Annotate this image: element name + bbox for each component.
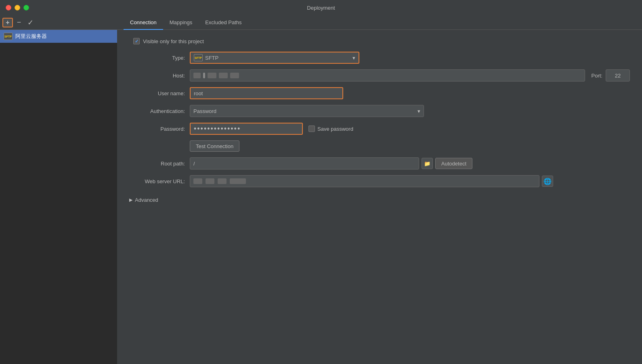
form-area: Visible only for this project Type: SFTP… <box>117 30 642 364</box>
username-row: User name: <box>129 87 630 99</box>
sidebar-toolbar: + − ✓ <box>0 15 117 30</box>
close-button[interactable] <box>6 5 11 10</box>
password-row-wrap: Save password <box>190 123 630 135</box>
auth-label: Authentication: <box>129 108 190 114</box>
folder-browse-button[interactable]: 📁 <box>422 158 433 169</box>
auth-value: Password <box>193 108 216 114</box>
autodetect-button[interactable]: Autodetect <box>435 158 472 169</box>
visible-only-checkbox[interactable] <box>133 38 140 44</box>
sidebar-items: SFTP 阿里云服务器 <box>0 30 117 364</box>
password-input[interactable] <box>190 123 303 135</box>
save-password-label: Save password <box>317 126 353 132</box>
type-value: SFTP <box>205 55 218 61</box>
type-select[interactable]: SFTP SFTP ▾ <box>190 52 359 64</box>
tabs-bar: Connection Mappings Excluded Paths <box>117 15 642 30</box>
web-url-input-container[interactable] <box>190 175 539 187</box>
web-url-row: Web server URL: 🌐 <box>129 175 630 187</box>
advanced-label: Advanced <box>135 197 158 203</box>
visible-only-row: Visible only for this project <box>129 38 630 44</box>
sidebar-item-aliyun[interactable]: SFTP 阿里云服务器 <box>0 30 117 43</box>
tab-excluded-paths[interactable]: Excluded Paths <box>199 15 248 29</box>
chevron-right-icon: ▶ <box>129 197 132 203</box>
visible-only-label: Visible only for this project <box>143 38 204 44</box>
auth-dropdown-arrow-icon: ▾ <box>418 108 420 114</box>
remove-server-button[interactable]: − <box>14 18 24 27</box>
type-row: Type: SFTP SFTP ▾ <box>129 52 630 64</box>
web-url-wrap: 🌐 <box>190 175 553 187</box>
globe-button[interactable]: 🌐 <box>542 176 553 187</box>
maximize-button[interactable] <box>23 5 29 10</box>
advanced-section[interactable]: ▶ Advanced <box>129 193 630 207</box>
masked-host <box>193 73 239 78</box>
main-layout: + − ✓ SFTP 阿里云服务器 Connection Mappings Ex… <box>0 15 642 364</box>
test-connection-row: Test Connection <box>190 140 630 152</box>
dropdown-arrow-icon: ▾ <box>352 55 355 61</box>
type-label: Type: <box>129 55 190 61</box>
title-bar: Deployment <box>0 0 642 15</box>
auth-select[interactable]: Password ▾ <box>190 105 424 117</box>
username-input[interactable] <box>190 87 343 99</box>
confirm-button[interactable]: ✓ <box>25 18 36 27</box>
sidebar: + − ✓ SFTP 阿里云服务器 <box>0 15 117 364</box>
root-path-row: Root path: 📁 Autodetect <box>129 157 630 169</box>
password-label: Password: <box>129 126 190 132</box>
root-path-input[interactable] <box>190 157 419 169</box>
content-area: Connection Mappings Excluded Paths Visib… <box>117 15 642 364</box>
globe-icon: 🌐 <box>543 178 552 185</box>
minimize-button[interactable] <box>15 5 20 10</box>
root-path-label: Root path: <box>129 161 190 167</box>
window-title: Deployment <box>307 5 335 11</box>
host-label: Host: <box>129 73 190 79</box>
password-row: Password: Save password <box>129 123 630 135</box>
web-url-label: Web server URL: <box>129 178 190 184</box>
host-row: Host: Port: 22 <box>129 69 630 82</box>
port-input[interactable]: 22 <box>606 69 630 82</box>
save-password-row: Save password <box>308 126 353 132</box>
masked-web-url <box>193 178 246 184</box>
tab-mappings[interactable]: Mappings <box>163 15 199 29</box>
root-path-wrap: 📁 Autodetect <box>190 157 472 169</box>
folder-icon: 📁 <box>424 161 430 167</box>
tab-connection[interactable]: Connection <box>124 15 163 29</box>
host-input-container[interactable] <box>190 69 585 82</box>
sidebar-item-label: 阿里云服务器 <box>15 33 47 40</box>
host-input-wrap: Port: 22 <box>190 69 630 82</box>
sftp-icon: SFTP <box>4 32 12 40</box>
sftp-type-icon: SFTP <box>194 54 203 61</box>
add-server-button[interactable]: + <box>2 18 13 27</box>
username-label: User name: <box>129 90 190 96</box>
test-connection-button[interactable]: Test Connection <box>190 140 239 152</box>
traffic-lights <box>6 5 29 10</box>
save-password-checkbox[interactable] <box>308 126 315 132</box>
port-label: Port: <box>592 73 602 79</box>
auth-row: Authentication: Password ▾ <box>129 105 630 117</box>
